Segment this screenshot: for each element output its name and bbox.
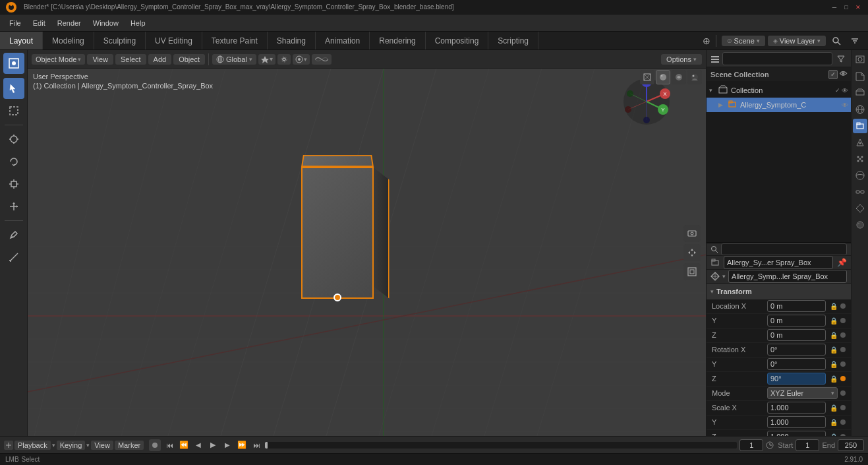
current-frame-input[interactable] (739, 439, 763, 451)
edit-menu[interactable]: Edit (28, 18, 51, 28)
viewport-canvas[interactable]: User Perspective (1) Collection | Allerg… (28, 69, 706, 436)
rotate-tool[interactable] (3, 151, 24, 172)
view-menu[interactable]: View (91, 441, 113, 450)
rotation-x-lock[interactable]: 🔒 (830, 346, 838, 354)
shading-solid-btn[interactable] (656, 70, 670, 84)
viewport[interactable]: Object Mode ▾ View Select Add Object Glo… (28, 50, 706, 436)
data-dropdown-arrow[interactable]: ▾ (722, 273, 726, 280)
scale-z-value[interactable]: 1.000 (767, 431, 826, 436)
view-menu-button[interactable]: View (87, 54, 113, 65)
zoom-camera-button[interactable] (683, 225, 701, 242)
tab-layout[interactable]: Layout (0, 32, 43, 49)
filter-button[interactable] (847, 33, 863, 49)
annotate-tool[interactable] (3, 224, 24, 245)
rotation-z-lock[interactable]: 🔒 (830, 375, 838, 383)
end-frame-input[interactable] (838, 439, 864, 451)
rotation-z-keyframe[interactable] (840, 376, 846, 381)
scale-x-lock[interactable]: 🔒 (830, 404, 838, 412)
props-search-input[interactable] (721, 243, 847, 255)
rotation-y-value[interactable]: 0° (767, 358, 826, 370)
view-all-button[interactable] (683, 263, 701, 280)
tab-sculpting[interactable]: Sculpting (94, 32, 146, 49)
play-button[interactable]: ▶ (207, 439, 219, 451)
view-layer-props-btn[interactable] (853, 86, 867, 100)
rotation-y-lock[interactable]: 🔒 (830, 361, 838, 368)
jump-fwd-btn[interactable]: ⏩ (236, 439, 248, 451)
measure-tool[interactable] (3, 247, 24, 268)
tab-uv-editing[interactable]: UV Editing (146, 32, 202, 49)
scale-y-lock[interactable]: 🔒 (830, 419, 838, 426)
close-button[interactable]: ✕ (854, 3, 863, 12)
playback-menu[interactable]: Playback (14, 441, 51, 450)
material-props-btn[interactable] (853, 218, 867, 232)
physics-props-btn[interactable] (853, 168, 867, 183)
location-y-lock[interactable]: 🔒 (830, 317, 838, 325)
view-layer-selector[interactable]: ◈ View Layer ▾ (768, 36, 826, 46)
keying-menu[interactable]: Keying (57, 441, 86, 450)
transform-tool[interactable] (3, 196, 24, 217)
location-x-value[interactable]: 0 m (767, 300, 826, 312)
proportional-edit-controls[interactable]: ▾ (293, 54, 310, 65)
snap-controls[interactable]: ▾ (258, 54, 275, 65)
marker-menu[interactable]: Marker (115, 441, 144, 450)
collection-row[interactable]: ▾ Collection ✓ 👁 (707, 83, 851, 98)
outliner-search-input[interactable] (722, 52, 832, 65)
overlay-controls[interactable] (312, 54, 332, 65)
rotation-z-value[interactable]: 90° (767, 373, 826, 385)
mode-dropdown[interactable]: Object Mode ▾ (32, 54, 85, 65)
box-select-tool[interactable] (3, 100, 24, 121)
scale-y-value[interactable]: 1.000 (767, 416, 826, 428)
start-frame-input[interactable] (796, 439, 819, 451)
maximize-button[interactable]: □ (842, 3, 851, 12)
tab-compositing[interactable]: Compositing (426, 32, 489, 49)
scene-selector[interactable]: ⊙ Scene ▾ (722, 36, 765, 46)
options-button[interactable]: Options ▾ (661, 54, 702, 65)
pan-button[interactable] (683, 244, 701, 261)
location-z-keyframe[interactable] (840, 332, 846, 338)
shading-wireframe-btn[interactable] (640, 70, 654, 84)
tab-scripting[interactable]: Scripting (488, 32, 538, 49)
grab-tool[interactable] (3, 129, 24, 150)
location-y-value[interactable]: 0 m (767, 315, 826, 326)
global-dropdown[interactable]: Global ▾ (212, 54, 256, 65)
pivot-controls[interactable] (277, 54, 291, 65)
add-menu-button[interactable]: Add (148, 54, 172, 65)
tab-shading[interactable]: Shading (268, 32, 316, 49)
render-props-btn[interactable] (853, 53, 867, 67)
location-y-keyframe[interactable] (840, 318, 846, 323)
tab-modeling[interactable]: Modeling (43, 32, 94, 49)
collection-hide-btn[interactable]: ✓ (835, 87, 840, 94)
data-name-input[interactable] (728, 270, 847, 283)
select-tool-button[interactable] (3, 78, 24, 99)
collection-eye-btn[interactable]: 👁 (842, 87, 848, 94)
add-workspace-button[interactable]: ⊕ (703, 36, 710, 46)
outliner-filter-btn[interactable] (835, 53, 847, 65)
object-name-input[interactable] (724, 256, 833, 269)
object-row[interactable]: ▶ Allergy_Symptom_C 👁 (707, 98, 851, 112)
rotation-x-keyframe[interactable] (840, 347, 846, 352)
help-menu[interactable]: Help (125, 18, 151, 28)
rotation-y-keyframe[interactable] (840, 361, 846, 367)
tab-animation[interactable]: Animation (316, 32, 370, 49)
skip-to-end-btn[interactable]: ⏭ (250, 439, 262, 451)
render-menu[interactable]: Render (52, 18, 86, 28)
select-menu-button[interactable]: Select (115, 54, 146, 65)
step-back-btn[interactable]: ◀ (192, 439, 204, 451)
scale-tool[interactable] (3, 173, 24, 195)
timeline-scroll-bar[interactable] (265, 442, 737, 449)
modifier-props-btn[interactable] (853, 135, 867, 150)
transform-header[interactable]: ▾ Transform (707, 284, 851, 299)
object-eye-btn[interactable]: 👁 (842, 102, 848, 109)
location-z-value[interactable]: 0 m (767, 329, 826, 341)
scale-x-value[interactable]: 1.000 (767, 402, 826, 414)
particles-props-btn[interactable] (853, 152, 867, 166)
search-button[interactable] (828, 33, 844, 49)
location-z-lock[interactable]: 🔒 (830, 332, 838, 339)
step-fwd-btn[interactable]: ▶ (221, 439, 233, 451)
scale-x-keyframe[interactable] (840, 405, 846, 410)
skip-to-start-btn[interactable]: ⏮ (163, 439, 175, 451)
tab-rendering[interactable]: Rendering (370, 32, 425, 49)
object-props-btn[interactable] (853, 119, 867, 133)
scale-y-keyframe[interactable] (840, 419, 846, 425)
record-button[interactable] (149, 439, 161, 451)
